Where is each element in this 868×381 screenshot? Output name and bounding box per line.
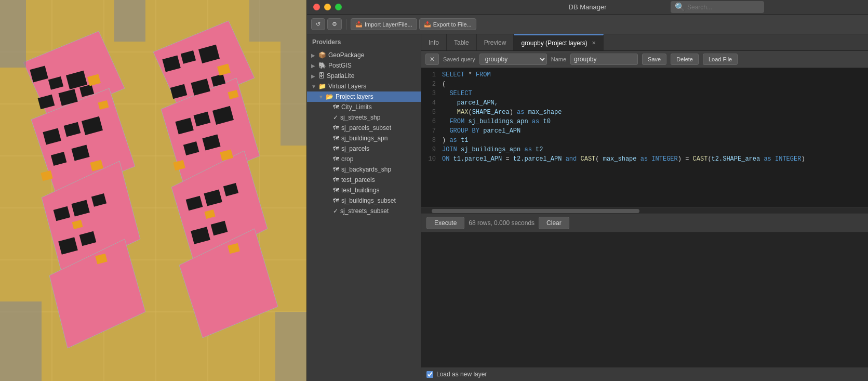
tree-icon-sj-backyards-shp: 🗺 [333, 166, 339, 173]
svg-rect-65 [114, 0, 145, 42]
line-content-1: SELECT * FROM [440, 70, 868, 80]
tree-label-test-buildings: test_buildings [341, 187, 379, 194]
sidebar-item-test-parcels[interactable]: 🗺 test_parcels [307, 175, 421, 185]
tree-arrow-postgis: ▶ [311, 63, 316, 69]
sidebar-item-sj-parcels-subset[interactable]: 🗺 sj_parcels_subset [307, 123, 421, 133]
editor-scrollbar-thumb [432, 209, 639, 213]
svg-rect-66 [249, 0, 306, 42]
line-content-4: parcel_APN, [440, 98, 868, 108]
tab-preview[interactable]: Preview [477, 34, 514, 50]
execute-button[interactable]: Execute [426, 217, 464, 229]
clear-results-button[interactable]: Clear [539, 217, 569, 229]
svg-rect-64 [0, 0, 26, 68]
refresh-button[interactable]: ↺ [311, 18, 325, 30]
saved-query-select[interactable]: groupby [479, 54, 547, 65]
query-name-input[interactable] [570, 54, 638, 65]
results-area[interactable] [421, 232, 868, 367]
sidebar-item-sj-buildings-apn[interactable]: 🗺 sj_buildings_apn [307, 133, 421, 143]
line-content-6: FROM sj_buildings_apn as t0 [440, 117, 868, 126]
line-number-8: 8 [421, 136, 440, 145]
tab-label-table: Table [454, 39, 469, 46]
tree-icon-crop: 🗺 [333, 155, 339, 163]
tab-close-groupby[interactable]: ✕ [592, 40, 596, 46]
tab-table[interactable]: Table [447, 34, 477, 50]
delete-query-button[interactable]: Delete [671, 54, 699, 65]
sidebar-item-postgis[interactable]: ▶ 🐘 PostGIS [307, 60, 421, 71]
line-content-3: SELECT [440, 89, 868, 98]
export-file-button[interactable]: 📤 Export to File... [419, 18, 476, 30]
tree-icon-test-parcels: 🗺 [333, 176, 339, 183]
load-layer-checkbox-wrap[interactable]: Load as new layer [426, 371, 487, 378]
tree-label-sj-parcels-subset: sj_parcels_subset [341, 124, 391, 132]
toolbar-separator [346, 19, 346, 30]
sidebar-item-geopackage[interactable]: ▶ 📦 GeoPackage [307, 50, 421, 60]
tree-label-city-limits: City_Limits [341, 103, 372, 111]
tree-label-sj-parcels: sj_parcels [341, 145, 369, 152]
import-layer-button[interactable]: 📥 Import Layer/File... [351, 18, 417, 30]
sql-line-3: 3 SELECT [421, 89, 868, 98]
line-content-5: MAX(SHAPE_Area) as max_shape [440, 108, 868, 117]
refresh-icon: ↺ [316, 21, 321, 28]
tab-groupby[interactable]: groupby (Project layers)✕ [514, 34, 603, 50]
load-layer-checkbox[interactable] [426, 371, 433, 378]
properties-button[interactable]: ⚙ [327, 18, 342, 30]
tree-arrow-project-layers: ▼ [318, 94, 324, 100]
line-content-8: ) as t1 [440, 136, 868, 145]
load-file-button[interactable]: Load File [703, 54, 738, 65]
tree-icon-sj-buildings-subset: 🗺 [333, 197, 339, 204]
load-layer-bar: Load as new layer [421, 367, 868, 381]
sql-line-1: 1SELECT * FROM [421, 70, 868, 80]
svg-rect-69 [275, 312, 306, 381]
sidebar-item-virtual-layers[interactable]: ▼ 📁 Virtual Layers [307, 81, 421, 91]
tree-arrow-spatialite: ▶ [311, 73, 316, 79]
line-content-10: ON t1.parcel_APN = t2.parcel_APN and CAS… [440, 154, 868, 164]
sidebar-item-sj-backyards-shp[interactable]: 🗺 sj_backyards_shp [307, 164, 421, 175]
tree-icon-postgis: 🐘 [318, 62, 326, 69]
tab-label-groupby: groupby (Project layers) [521, 40, 587, 47]
tree-label-test-parcels: test_parcels [341, 176, 375, 183]
import-icon: 📥 [355, 21, 363, 28]
sidebar-item-sj-buildings-subset[interactable]: 🗺 sj_buildings_subset [307, 195, 421, 206]
search-input[interactable] [687, 4, 760, 11]
sql-line-10: 10ON t1.parcel_APN = t2.parcel_APN and C… [421, 154, 868, 164]
sidebar-item-spatialite[interactable]: ▶ 🗄 SpatiaLite [307, 71, 421, 81]
tab-label-info: Info [429, 39, 439, 46]
tab-info[interactable]: Info [421, 34, 447, 50]
tree-label-crop: crop [341, 155, 353, 163]
sql-line-4: 4 parcel_APN, [421, 98, 868, 108]
tree-icon-project-layers: 📂 [326, 93, 333, 100]
sidebar-item-sj-streets-shp[interactable]: ✓ sj_streets_shp [307, 112, 421, 123]
main-content: Providers ▶ 📦 GeoPackage ▶ 🐘 PostGIS ▶ 🗄… [307, 34, 868, 381]
window-controls [313, 4, 342, 10]
sidebar-item-sj-streets-subset[interactable]: ✓ sj_streets_subset [307, 206, 421, 216]
tree-items: ▶ 📦 GeoPackage ▶ 🐘 PostGIS ▶ 🗄 SpatiaLit… [307, 50, 421, 216]
line-number-10: 10 [421, 154, 440, 164]
tree-icon-virtual-layers: 📁 [318, 83, 326, 90]
tree-arrow-virtual-layers: ▼ [311, 84, 316, 89]
map-canvas-area [0, 0, 306, 381]
sql-line-5: 5 MAX(SHAPE_Area) as max_shape [421, 108, 868, 117]
sql-editor[interactable]: 1SELECT * FROM2(3 SELECT4 parcel_APN,5 M… [421, 68, 868, 207]
tree-icon-test-buildings: 🗺 [333, 187, 339, 194]
tree-arrow-geopackage: ▶ [311, 52, 316, 58]
sidebar-item-city-limits[interactable]: 🗺 City_Limits [307, 102, 421, 112]
close-button[interactable] [313, 4, 320, 10]
editor-scrollbar[interactable] [421, 207, 868, 214]
sidebar-item-test-buildings[interactable]: 🗺 test_buildings [307, 185, 421, 195]
maximize-button[interactable] [335, 4, 342, 10]
svg-rect-67 [281, 42, 306, 146]
clear-editor-button[interactable]: ✕ [425, 54, 439, 65]
line-number-6: 6 [421, 117, 440, 126]
window-title: DB Manager [569, 3, 607, 11]
sidebar-item-project-layers[interactable]: ▼ 📂 Project layers [307, 91, 421, 102]
sidebar-item-crop[interactable]: 🗺 crop [307, 154, 421, 164]
sidebar-item-sj-parcels[interactable]: 🗺 sj_parcels [307, 143, 421, 154]
minimize-button[interactable] [324, 4, 331, 10]
line-number-2: 2 [421, 80, 440, 89]
main-toolbar: ↺ ⚙ 📥 Import Layer/File... 📤 Export to F… [307, 15, 868, 34]
tab-label-preview: Preview [484, 39, 506, 46]
tree-label-spatialite: SpatiaLite [327, 72, 354, 80]
providers-header: Providers [307, 34, 421, 50]
tree-label-sj-streets-subset: sj_streets_subset [340, 207, 389, 215]
save-query-button[interactable]: Save [642, 54, 666, 65]
